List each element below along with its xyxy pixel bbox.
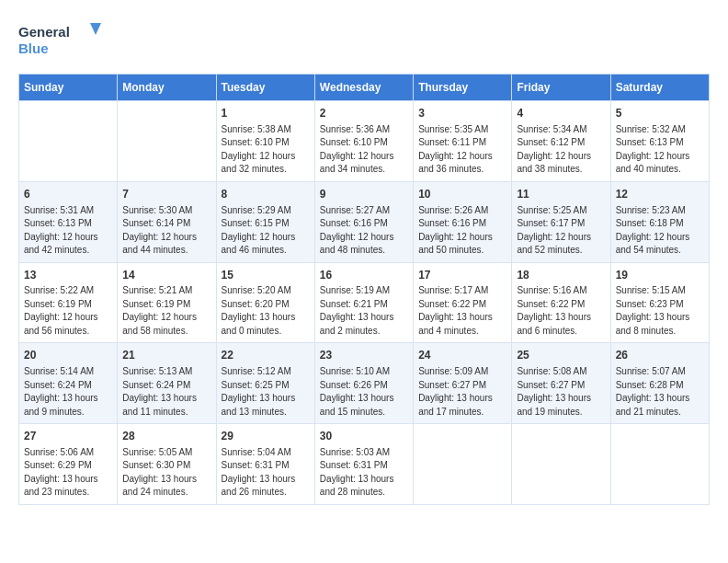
calendar-cell: 9Sunrise: 5:27 AM Sunset: 6:16 PM Daylig… bbox=[314, 181, 413, 262]
day-info: Sunrise: 5:20 AM Sunset: 6:20 PM Dayligh… bbox=[222, 284, 310, 338]
day-info: Sunrise: 5:32 AM Sunset: 6:13 PM Dayligh… bbox=[616, 123, 704, 177]
day-info: Sunrise: 5:15 AM Sunset: 6:23 PM Dayligh… bbox=[616, 284, 704, 338]
calendar-cell: 13Sunrise: 5:22 AM Sunset: 6:19 PM Dayli… bbox=[19, 262, 118, 343]
day-number: 16 bbox=[320, 268, 408, 283]
day-info: Sunrise: 5:29 AM Sunset: 6:15 PM Dayligh… bbox=[222, 204, 310, 258]
day-number: 26 bbox=[616, 348, 704, 363]
day-number: 19 bbox=[616, 268, 704, 283]
calendar-cell: 26Sunrise: 5:07 AM Sunset: 6:28 PM Dayli… bbox=[610, 343, 709, 424]
header-cell-friday: Friday bbox=[512, 75, 610, 101]
calendar-body: 1Sunrise: 5:38 AM Sunset: 6:10 PM Daylig… bbox=[19, 101, 710, 505]
calendar-cell: 30Sunrise: 5:03 AM Sunset: 6:31 PM Dayli… bbox=[314, 424, 413, 505]
calendar-cell: 27Sunrise: 5:06 AM Sunset: 6:29 PM Dayli… bbox=[19, 424, 118, 505]
day-info: Sunrise: 5:21 AM Sunset: 6:19 PM Dayligh… bbox=[122, 284, 210, 338]
day-number: 27 bbox=[24, 429, 112, 444]
day-number: 22 bbox=[222, 348, 310, 363]
day-number: 4 bbox=[517, 106, 605, 121]
day-info: Sunrise: 5:35 AM Sunset: 6:11 PM Dayligh… bbox=[418, 123, 506, 177]
calendar-cell bbox=[512, 424, 610, 505]
day-number: 23 bbox=[320, 348, 408, 363]
calendar-header: SundayMondayTuesdayWednesdayThursdayFrid… bbox=[19, 75, 710, 101]
calendar-week-row: 27Sunrise: 5:06 AM Sunset: 6:29 PM Dayli… bbox=[19, 424, 710, 505]
day-number: 30 bbox=[320, 429, 408, 444]
day-info: Sunrise: 5:31 AM Sunset: 6:13 PM Dayligh… bbox=[24, 204, 112, 258]
day-info: Sunrise: 5:30 AM Sunset: 6:14 PM Dayligh… bbox=[122, 204, 210, 258]
calendar-cell: 5Sunrise: 5:32 AM Sunset: 6:13 PM Daylig… bbox=[610, 101, 709, 182]
day-info: Sunrise: 5:27 AM Sunset: 6:16 PM Dayligh… bbox=[320, 204, 408, 258]
day-number: 20 bbox=[24, 348, 112, 363]
calendar-cell: 3Sunrise: 5:35 AM Sunset: 6:11 PM Daylig… bbox=[414, 101, 512, 182]
calendar-cell: 10Sunrise: 5:26 AM Sunset: 6:16 PM Dayli… bbox=[414, 181, 512, 262]
day-info: Sunrise: 5:23 AM Sunset: 6:18 PM Dayligh… bbox=[616, 204, 704, 258]
calendar-cell: 22Sunrise: 5:12 AM Sunset: 6:25 PM Dayli… bbox=[216, 343, 314, 424]
calendar-cell: 29Sunrise: 5:04 AM Sunset: 6:31 PM Dayli… bbox=[216, 424, 314, 505]
header-cell-saturday: Saturday bbox=[610, 75, 709, 101]
day-info: Sunrise: 5:22 AM Sunset: 6:19 PM Dayligh… bbox=[24, 284, 112, 338]
calendar-cell bbox=[610, 424, 709, 505]
day-number: 1 bbox=[222, 106, 310, 121]
calendar-cell: 1Sunrise: 5:38 AM Sunset: 6:10 PM Daylig… bbox=[216, 101, 314, 182]
day-number: 14 bbox=[122, 268, 210, 283]
day-info: Sunrise: 5:26 AM Sunset: 6:16 PM Dayligh… bbox=[418, 204, 506, 258]
day-info: Sunrise: 5:07 AM Sunset: 6:28 PM Dayligh… bbox=[616, 365, 704, 419]
calendar-table: SundayMondayTuesdayWednesdayThursdayFrid… bbox=[18, 74, 710, 505]
svg-marker-2 bbox=[90, 23, 101, 35]
day-number: 15 bbox=[222, 268, 310, 283]
day-info: Sunrise: 5:06 AM Sunset: 6:29 PM Dayligh… bbox=[24, 446, 112, 500]
calendar-cell: 2Sunrise: 5:36 AM Sunset: 6:10 PM Daylig… bbox=[314, 101, 413, 182]
day-number: 12 bbox=[616, 187, 704, 202]
header-row: SundayMondayTuesdayWednesdayThursdayFrid… bbox=[19, 75, 710, 101]
logo-svg: General Blue bbox=[18, 18, 101, 59]
day-number: 6 bbox=[24, 187, 112, 202]
day-number: 11 bbox=[517, 187, 605, 202]
header-cell-monday: Monday bbox=[118, 75, 216, 101]
day-number: 24 bbox=[418, 348, 506, 363]
day-number: 5 bbox=[616, 106, 704, 121]
day-info: Sunrise: 5:13 AM Sunset: 6:24 PM Dayligh… bbox=[122, 365, 210, 419]
day-info: Sunrise: 5:17 AM Sunset: 6:22 PM Dayligh… bbox=[418, 284, 506, 338]
calendar-cell: 24Sunrise: 5:09 AM Sunset: 6:27 PM Dayli… bbox=[414, 343, 512, 424]
day-info: Sunrise: 5:36 AM Sunset: 6:10 PM Dayligh… bbox=[320, 123, 408, 177]
day-info: Sunrise: 5:03 AM Sunset: 6:31 PM Dayligh… bbox=[320, 446, 408, 500]
calendar-cell: 19Sunrise: 5:15 AM Sunset: 6:23 PM Dayli… bbox=[610, 262, 709, 343]
calendar-cell: 6Sunrise: 5:31 AM Sunset: 6:13 PM Daylig… bbox=[19, 181, 118, 262]
calendar-week-row: 6Sunrise: 5:31 AM Sunset: 6:13 PM Daylig… bbox=[19, 181, 710, 262]
day-number: 8 bbox=[222, 187, 310, 202]
day-info: Sunrise: 5:14 AM Sunset: 6:24 PM Dayligh… bbox=[24, 365, 112, 419]
day-number: 17 bbox=[418, 268, 506, 283]
day-number: 25 bbox=[517, 348, 605, 363]
day-number: 2 bbox=[320, 106, 408, 121]
day-number: 18 bbox=[517, 268, 605, 283]
calendar-cell: 12Sunrise: 5:23 AM Sunset: 6:18 PM Dayli… bbox=[610, 181, 709, 262]
day-info: Sunrise: 5:09 AM Sunset: 6:27 PM Dayligh… bbox=[418, 365, 506, 419]
day-info: Sunrise: 5:25 AM Sunset: 6:17 PM Dayligh… bbox=[517, 204, 605, 258]
calendar-cell: 11Sunrise: 5:25 AM Sunset: 6:17 PM Dayli… bbox=[512, 181, 610, 262]
day-info: Sunrise: 5:19 AM Sunset: 6:21 PM Dayligh… bbox=[320, 284, 408, 338]
calendar-week-row: 1Sunrise: 5:38 AM Sunset: 6:10 PM Daylig… bbox=[19, 101, 710, 182]
calendar-cell bbox=[414, 424, 512, 505]
day-info: Sunrise: 5:12 AM Sunset: 6:25 PM Dayligh… bbox=[222, 365, 310, 419]
day-info: Sunrise: 5:38 AM Sunset: 6:10 PM Dayligh… bbox=[222, 123, 310, 177]
calendar-cell bbox=[118, 101, 216, 182]
day-info: Sunrise: 5:08 AM Sunset: 6:27 PM Dayligh… bbox=[517, 365, 605, 419]
day-info: Sunrise: 5:16 AM Sunset: 6:22 PM Dayligh… bbox=[517, 284, 605, 338]
day-info: Sunrise: 5:04 AM Sunset: 6:31 PM Dayligh… bbox=[222, 446, 310, 500]
day-number: 21 bbox=[122, 348, 210, 363]
day-info: Sunrise: 5:05 AM Sunset: 6:30 PM Dayligh… bbox=[122, 446, 210, 500]
calendar-cell: 23Sunrise: 5:10 AM Sunset: 6:26 PM Dayli… bbox=[314, 343, 413, 424]
calendar-cell: 21Sunrise: 5:13 AM Sunset: 6:24 PM Dayli… bbox=[118, 343, 216, 424]
header-cell-tuesday: Tuesday bbox=[216, 75, 314, 101]
day-number: 28 bbox=[122, 429, 210, 444]
page-header: General Blue bbox=[18, 18, 710, 59]
calendar-cell: 16Sunrise: 5:19 AM Sunset: 6:21 PM Dayli… bbox=[314, 262, 413, 343]
day-info: Sunrise: 5:10 AM Sunset: 6:26 PM Dayligh… bbox=[320, 365, 408, 419]
calendar-cell: 14Sunrise: 5:21 AM Sunset: 6:19 PM Dayli… bbox=[118, 262, 216, 343]
calendar-week-row: 13Sunrise: 5:22 AM Sunset: 6:19 PM Dayli… bbox=[19, 262, 710, 343]
day-number: 13 bbox=[24, 268, 112, 283]
calendar-cell: 28Sunrise: 5:05 AM Sunset: 6:30 PM Dayli… bbox=[118, 424, 216, 505]
calendar-cell: 18Sunrise: 5:16 AM Sunset: 6:22 PM Dayli… bbox=[512, 262, 610, 343]
header-cell-wednesday: Wednesday bbox=[314, 75, 413, 101]
day-number: 9 bbox=[320, 187, 408, 202]
logo: General Blue bbox=[18, 18, 101, 59]
header-cell-sunday: Sunday bbox=[19, 75, 118, 101]
